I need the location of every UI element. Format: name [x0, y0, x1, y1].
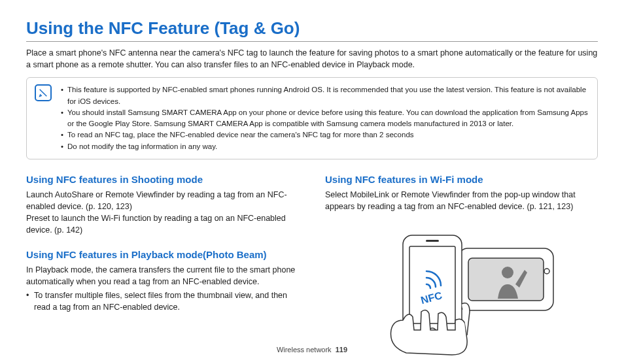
playback-mode-body: In Playback mode, the camera transfers t… [26, 264, 299, 313]
wifi-mode-body: Select MobileLink or Remote Viewfinder f… [325, 189, 598, 212]
note-box: This feature is supported by NFC-enabled… [26, 77, 598, 159]
note-list: This feature is supported by NFC-enabled… [61, 84, 588, 152]
right-column: Using NFC features in Wi-Fi mode Select … [325, 174, 598, 356]
title-rule [26, 41, 598, 42]
footer-page-number: 119 [336, 346, 347, 354]
note-item: This feature is supported by NFC-enabled… [61, 84, 588, 107]
note-icon [35, 84, 52, 101]
footer-section: Wireless network [277, 346, 332, 354]
page-title: Using the NFC Feature (Tag & Go) [26, 18, 598, 39]
playback-bullet-list: To transfer multiple files, select files… [26, 290, 299, 313]
page-footer: Wireless network 119 [0, 346, 624, 354]
playback-mode-title: Using NFC features in Playback mode(Phot… [26, 249, 299, 260]
camera-outline [459, 248, 553, 310]
note-item: Do not modify the tag information in any… [61, 141, 588, 152]
nfc-illustration: NFC [325, 225, 598, 356]
body-text: Preset to launch the Wi-Fi function by r… [26, 212, 299, 236]
bullet-item: To transfer multiple files, select files… [26, 290, 299, 313]
body-text: Select MobileLink or Remote Viewfinder f… [325, 189, 598, 212]
wifi-mode-title: Using NFC features in Wi-Fi mode [325, 174, 598, 185]
svg-point-3 [502, 267, 513, 278]
content-columns: Using NFC features in Shooting mode Laun… [26, 174, 598, 356]
shooting-mode-title: Using NFC features in Shooting mode [26, 174, 299, 185]
body-text: Launch AutoShare or Remote Viewfinder by… [26, 189, 299, 212]
intro-paragraph: Place a smart phone's NFC antenna near t… [26, 47, 598, 71]
note-item: You should install Samsung SMART CAMERA … [61, 107, 588, 130]
body-text: In Playback mode, the camera transfers t… [26, 264, 299, 288]
svg-rect-5 [409, 246, 455, 323]
left-column: Using NFC features in Shooting mode Laun… [26, 174, 299, 356]
svg-rect-7 [426, 240, 439, 242]
shooting-mode-body: Launch AutoShare or Remote Viewfinder by… [26, 189, 299, 237]
note-item: To read an NFC tag, place the NFC-enable… [61, 129, 588, 141]
